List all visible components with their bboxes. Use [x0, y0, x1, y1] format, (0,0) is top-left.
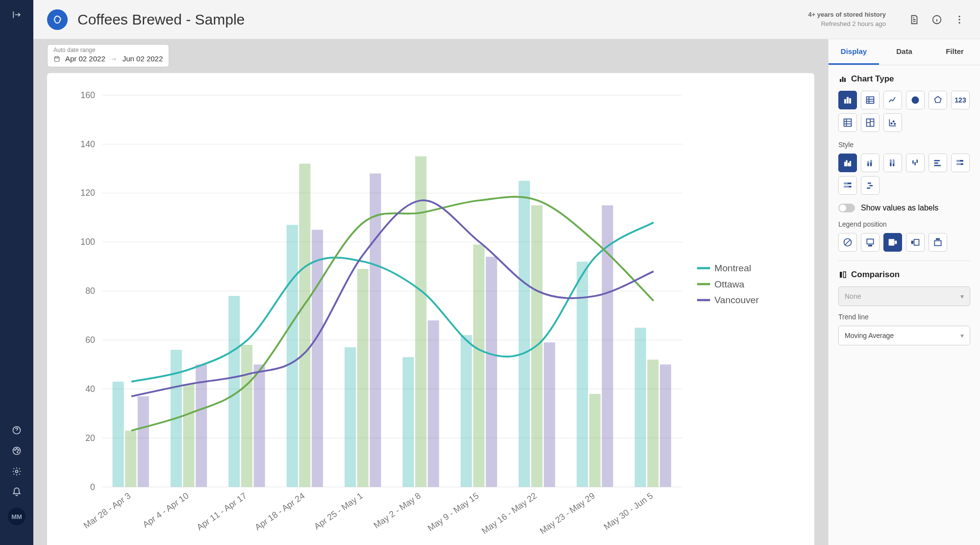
chart-type-table[interactable] [861, 91, 879, 109]
chart-type-number[interactable]: 123 [951, 91, 970, 109]
svg-rect-88 [844, 162, 846, 166]
legend-bottom[interactable] [861, 233, 879, 252]
legend-left[interactable] [906, 233, 925, 252]
style-hbar[interactable] [929, 154, 947, 172]
chart-area: Auto date range Apr 02 2022 → Jun 02 202… [33, 39, 828, 545]
svg-rect-31 [125, 431, 136, 487]
svg-point-6 [16, 470, 18, 473]
svg-rect-111 [844, 182, 848, 184]
svg-rect-46 [415, 156, 427, 487]
style-deviation[interactable] [906, 154, 925, 172]
help-icon[interactable] [12, 425, 22, 437]
arrow-right-icon: → [110, 54, 118, 63]
style-hdeviation[interactable] [861, 176, 879, 195]
legend-position-label: Legend position [838, 220, 970, 228]
tab-display[interactable]: Display [829, 39, 879, 65]
legend-top[interactable] [929, 233, 947, 252]
svg-rect-32 [138, 396, 149, 487]
svg-rect-51 [519, 181, 530, 487]
svg-rect-99 [893, 159, 894, 163]
style-grid [838, 154, 970, 195]
collapse-nav-icon[interactable] [12, 10, 22, 22]
chart-type-pie[interactable] [906, 91, 925, 109]
svg-rect-37 [241, 345, 252, 487]
style-grouped[interactable] [838, 154, 857, 172]
date-range-picker[interactable]: Auto date range Apr 02 2022 → Jun 02 202… [47, 44, 169, 67]
svg-rect-55 [589, 394, 601, 487]
chart-type-line[interactable] [883, 91, 902, 109]
svg-rect-123 [912, 241, 913, 244]
svg-rect-43 [357, 269, 369, 487]
svg-rect-97 [890, 159, 891, 163]
svg-text:60: 60 [85, 335, 95, 345]
svg-rect-39 [287, 225, 298, 487]
svg-rect-76 [840, 79, 841, 82]
date-range-label: Auto date range [53, 47, 163, 53]
tab-filter[interactable]: Filter [930, 39, 980, 65]
svg-rect-82 [867, 97, 874, 103]
show-values-label: Show values as labels [861, 204, 938, 212]
theme-icon[interactable] [12, 446, 22, 458]
notifications-icon[interactable] [12, 487, 22, 499]
style-stacked[interactable] [861, 154, 879, 172]
svg-rect-42 [345, 347, 356, 487]
header: Coffees Brewed - Sample 4+ years of stor… [33, 0, 980, 39]
header-meta: 4+ years of stored history Refreshed 2 h… [808, 10, 886, 28]
svg-text:Ottawa: Ottawa [714, 279, 744, 289]
svg-rect-11 [54, 56, 59, 61]
trend-line-select[interactable]: Moving Average▾ [838, 326, 970, 345]
svg-rect-70 [697, 267, 710, 269]
svg-rect-109 [957, 163, 961, 165]
svg-text:Vancouver: Vancouver [714, 295, 759, 305]
svg-rect-104 [934, 162, 938, 164]
export-icon[interactable] [907, 13, 921, 26]
svg-rect-49 [473, 244, 484, 487]
svg-text:20: 20 [85, 433, 95, 443]
svg-rect-100 [912, 160, 914, 164]
comparison-heading: Comparison [838, 270, 970, 280]
svg-rect-48 [461, 335, 472, 487]
svg-rect-118 [867, 239, 873, 244]
legend-none[interactable] [838, 233, 857, 252]
svg-rect-122 [914, 239, 919, 245]
chart-type-treemap[interactable] [861, 113, 879, 132]
svg-rect-116 [867, 187, 870, 189]
avatar[interactable]: MM [8, 508, 25, 525]
svg-rect-30 [112, 382, 124, 487]
svg-rect-59 [660, 364, 671, 487]
chart-type-radar[interactable] [929, 91, 947, 109]
svg-rect-125 [936, 239, 940, 240]
style-hstacked[interactable] [951, 154, 970, 172]
side-panel: Display Data Filter Chart Type 123 [828, 39, 980, 545]
chart-type-column[interactable] [838, 91, 857, 109]
svg-rect-53 [544, 342, 555, 487]
date-from: Apr 02 2022 [65, 54, 105, 63]
svg-text:Apr 18 - Apr 24: Apr 18 - Apr 24 [253, 491, 306, 532]
style-h100stacked[interactable] [838, 176, 857, 195]
svg-rect-80 [847, 97, 848, 104]
chart-type-pivot[interactable] [838, 113, 857, 132]
svg-point-10 [958, 22, 960, 23]
info-icon[interactable] [930, 13, 944, 26]
tab-data[interactable]: Data [879, 39, 930, 65]
svg-rect-93 [867, 161, 869, 163]
svg-text:0: 0 [90, 482, 95, 492]
more-icon[interactable] [953, 13, 966, 26]
svg-rect-58 [647, 360, 658, 487]
svg-rect-77 [842, 77, 844, 82]
legend-right[interactable] [883, 233, 902, 252]
svg-rect-41 [312, 230, 323, 487]
style-100stacked[interactable] [883, 154, 902, 172]
svg-text:May 23 - May 29: May 23 - May 29 [538, 491, 597, 536]
svg-rect-74 [697, 299, 710, 301]
svg-rect-124 [934, 241, 941, 246]
svg-rect-79 [844, 99, 846, 103]
comparison-select[interactable]: None▾ [838, 286, 970, 306]
svg-rect-34 [183, 384, 194, 487]
settings-icon[interactable] [12, 467, 22, 478]
svg-text:May 30 - Jun 5: May 30 - Jun 5 [602, 491, 655, 532]
svg-text:120: 120 [80, 188, 95, 198]
show-values-toggle[interactable] [838, 204, 855, 212]
chart-type-scatter[interactable] [883, 113, 902, 132]
panel-tabs: Display Data Filter [829, 39, 980, 65]
